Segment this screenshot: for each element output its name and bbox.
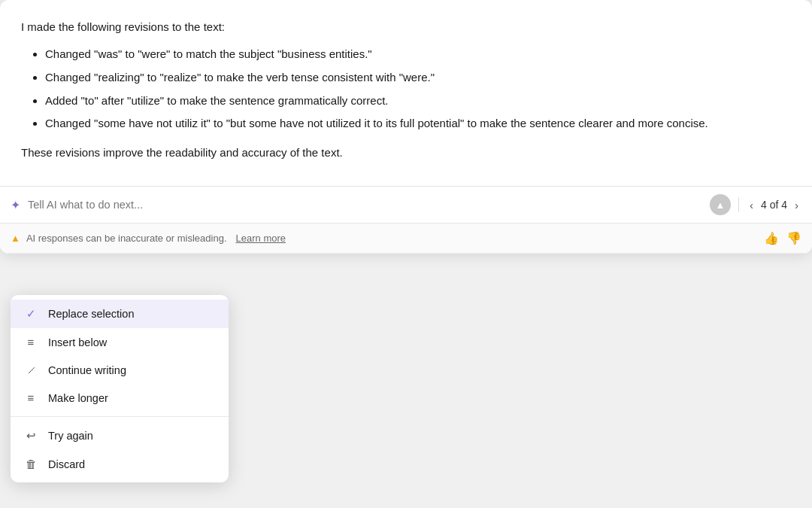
send-button[interactable]: ▲ (710, 194, 731, 215)
intro-text: I made the following revisions to the te… (21, 18, 791, 36)
warning-icon: ▲ (11, 233, 20, 244)
ai-sparkle-icon: ✦ (11, 198, 20, 212)
feedback-icons: 👍 👎 (764, 231, 801, 245)
main-panel: I made the following revisions to the te… (0, 0, 812, 254)
menu-section: ↩Try again🗑Discard (11, 416, 229, 482)
disclaimer-bar: ▲ AI responses can be inaccurate or misl… (0, 224, 812, 254)
thumbs-down-button[interactable]: 👎 (786, 231, 801, 245)
make-longer-icon: ≡ (24, 391, 38, 404)
send-icon: ▲ (716, 199, 726, 211)
bullet-item: Added "to" after "utilize" to make the s… (45, 92, 791, 111)
bullet-item: Changed "realizing" to "realize" to make… (45, 68, 791, 87)
nav-label: 4 of 4 (761, 199, 787, 211)
summary-text: These revisions improve the readability … (21, 144, 791, 162)
ai-input[interactable] (28, 199, 702, 211)
try-again-label: Try again (48, 430, 93, 442)
learn-more-link[interactable]: Learn more (236, 233, 286, 244)
dropdown-menu: ✓Replace selection≡Insert below⟋Continue… (11, 295, 229, 482)
replace-selection-icon: ✓ (24, 307, 38, 321)
bullet-item: Changed "was" to "were" to match the sub… (45, 45, 791, 64)
nav-controls: ‹ 4 of 4 › (747, 197, 801, 213)
continue-writing-icon: ⟋ (24, 364, 38, 376)
menu-item-make-longer[interactable]: ≡Make longer (11, 384, 229, 412)
thumbs-up-button[interactable]: 👍 (764, 231, 779, 245)
continue-writing-label: Continue writing (48, 364, 126, 376)
menu-item-replace-selection[interactable]: ✓Replace selection (11, 300, 229, 328)
insert-below-icon: ≡ (24, 336, 38, 348)
bullet-item: Changed "some have not utiliz it" to "bu… (45, 114, 791, 133)
bullet-list: Changed "was" to "were" to match the sub… (21, 45, 791, 133)
discard-label: Discard (48, 458, 85, 470)
menu-section: ✓Replace selection≡Insert below⟋Continue… (11, 295, 229, 416)
insert-below-label: Insert below (48, 336, 107, 348)
make-longer-label: Make longer (48, 392, 108, 404)
replace-selection-label: Replace selection (48, 308, 134, 320)
menu-item-discard[interactable]: 🗑Discard (11, 450, 229, 478)
disclaimer-left: ▲ AI responses can be inaccurate or misl… (11, 233, 286, 244)
disclaimer-text: AI responses can be inaccurate or mislea… (26, 233, 227, 244)
input-bar: ✦ ▲ ‹ 4 of 4 › (0, 186, 812, 224)
nav-prev-button[interactable]: ‹ (747, 197, 756, 213)
menu-item-try-again[interactable]: ↩Try again (11, 421, 229, 450)
menu-item-insert-below[interactable]: ≡Insert below (11, 328, 229, 356)
nav-divider (738, 197, 739, 212)
discard-icon: 🗑 (24, 458, 38, 470)
content-area: I made the following revisions to the te… (0, 0, 812, 186)
menu-item-continue-writing[interactable]: ⟋Continue writing (11, 356, 229, 384)
nav-next-button[interactable]: › (792, 197, 801, 213)
try-again-icon: ↩ (24, 429, 38, 443)
